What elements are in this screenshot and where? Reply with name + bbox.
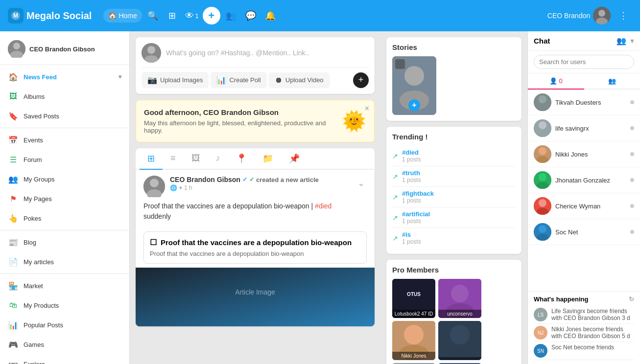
trending-tag-4: #artificial [402, 210, 430, 218]
sidebar-label-my-products: My Products [24, 302, 59, 309]
activity-avatar-1: LS [534, 308, 547, 321]
svg-point-26 [404, 325, 424, 344]
sidebar-item-albums[interactable]: 🖼 Albums [0, 87, 129, 106]
sidebar-item-news-feed[interactable]: 🏠 News Feed ▾ [0, 67, 129, 87]
trending-item-2[interactable]: ↗ #truth 1 posts [392, 166, 516, 187]
trending-item-5[interactable]: ↗ #is 1 posts [392, 228, 516, 248]
post-hashtag[interactable]: #died [315, 202, 332, 210]
activity-text-1: Life Savingrx become friends with CEO Br… [551, 308, 634, 321]
upload-video-button[interactable]: ⏺ Upload Video [269, 72, 330, 88]
chat-avatar-5 [534, 197, 551, 215]
refresh-icon[interactable]: ↻ [629, 296, 634, 303]
more-composer-options-button[interactable]: + [353, 72, 369, 88]
sidebar-item-my-products[interactable]: 🛍 My Products [0, 296, 129, 315]
sidebar-item-forum[interactable]: ☰ Forum [0, 150, 129, 169]
sidebar-item-popular-posts[interactable]: 📊 Popular Posts [0, 315, 129, 335]
chat-user-1[interactable]: Tikvah Duesters [528, 90, 640, 115]
sidebar-item-saved-posts[interactable]: 🔖 Saved Posts [0, 106, 129, 126]
add-icon: + [358, 75, 364, 85]
composer-input-placeholder[interactable]: What's going on? #Hashtag.. @Mention.. L… [166, 47, 369, 59]
messages-icon-btn[interactable]: 💬 [242, 7, 260, 24]
chat-user-3[interactable]: Nikki Jones [528, 141, 640, 167]
tab-images[interactable]: 🖼 [184, 148, 208, 170]
pro-member-2[interactable]: unconservo [438, 279, 481, 318]
sidebar-item-my-pages[interactable]: ⚑ My Pages [0, 189, 129, 208]
create-poll-button[interactable]: 📊 Create Poll [211, 72, 266, 88]
post-options-button[interactable]: ⌄ [356, 176, 367, 190]
my-pages-icon: ⚑ [8, 193, 19, 204]
market-icon: 🏪 [8, 280, 19, 291]
more-options-icon-btn[interactable]: ⋮ [615, 7, 632, 24]
tab-music[interactable]: ♪ [208, 148, 228, 170]
svg-point-38 [539, 95, 546, 103]
games-icon: 🎮 [8, 339, 19, 350]
stories-title: Stories [392, 43, 516, 51]
trending-item-4[interactable]: ↗ #artificial 1 posts [392, 207, 516, 228]
svg-text:OTUS: OTUS [407, 292, 421, 297]
story-item-1[interactable]: + [392, 56, 436, 115]
trending-tag-3: #fightback [402, 190, 434, 197]
pro-members-title: Pro Members [392, 266, 516, 274]
chat-search-input[interactable] [534, 55, 634, 69]
status-dot-2 [630, 126, 634, 130]
sidebar-item-blog[interactable]: 📰 Blog [0, 232, 129, 252]
create-poll-label: Create Poll [229, 76, 261, 84]
chat-avatar-4 [534, 171, 551, 189]
chat-tab-groups[interactable]: 👥 [584, 73, 640, 90]
tab-files[interactable]: 📁 [255, 148, 281, 170]
video-icon: ⏺ [275, 76, 283, 85]
poll-icon: 📊 [216, 75, 226, 85]
chat-user-2[interactable]: life savingrx [528, 115, 640, 141]
user-menu[interactable]: CEO Brandon [547, 7, 611, 24]
add-post-button[interactable]: + [203, 7, 220, 24]
friends-icon-btn[interactable]: 👥 [222, 7, 240, 24]
apps-icon-btn[interactable]: ⊞ [164, 7, 181, 24]
home-nav-item[interactable]: 🏠 Home [103, 9, 142, 23]
sidebar-divider-3 [0, 230, 129, 230]
tab-map[interactable]: 📌 [281, 148, 308, 170]
chat-user-4[interactable]: Jhonatan Gonzalez [528, 167, 640, 193]
tab-all[interactable]: ⊞ [140, 148, 163, 170]
composer-actions: 📷 Upload Images 📊 Create Poll ⏺ Upload V… [142, 68, 369, 88]
bell-icon-btn[interactable]: 🔔 [261, 7, 279, 24]
text-posts-icon: ≡ [170, 153, 176, 163]
chat-tab-friends[interactable]: 👤 0 [528, 73, 584, 90]
sidebar-user[interactable]: CEO Brandon Gibson [0, 35, 129, 63]
add-chat-icon[interactable]: 👥 [616, 36, 626, 46]
sidebar-item-my-groups[interactable]: 👥 My Groups [0, 169, 129, 189]
search-icon-btn[interactable]: 🔍 [144, 7, 162, 24]
upload-images-button[interactable]: 📷 Upload Images [142, 72, 209, 88]
sidebar-item-my-articles[interactable]: 📄 My articles [0, 252, 129, 272]
svg-text:Article Image: Article Image [235, 288, 275, 296]
greeting-close-button[interactable]: × [365, 104, 369, 113]
topbar-right: CEO Brandon ⋮ [547, 7, 632, 24]
home-icon: 🏠 [108, 12, 117, 20]
article-title-text: Proof that the vaccines are a depopulati… [161, 238, 352, 247]
chat-user-5[interactable]: Cherice Wyman [528, 193, 640, 219]
stories-card: Stories + [386, 37, 521, 121]
popular-posts-icon: 📊 [8, 319, 19, 330]
trending-card: Trending ! ↗ #died 1 posts ↗ #truth 1 po… [386, 127, 521, 254]
chat-user-6[interactable]: Soc Net [528, 219, 640, 245]
sidebar-item-market[interactable]: 🏪 Market [0, 276, 129, 296]
story-add-button[interactable]: + [408, 99, 420, 111]
sidebar-item-explore[interactable]: 👓 Explore [0, 354, 129, 364]
trending-item-1[interactable]: ↗ #died 1 posts [392, 146, 516, 166]
sidebar-item-pokes[interactable]: 👆 Pokes [0, 208, 129, 228]
tab-text[interactable]: ≡ [163, 148, 184, 170]
sidebar-item-games[interactable]: 🎮 Games [0, 335, 129, 354]
post-article-card[interactable]: ☐ Proof that the vaccines are a depopula… [143, 231, 367, 264]
pro-member-1[interactable]: OTUS Lotusbook2 47 ID [392, 279, 435, 318]
pro-member-3[interactable]: Nikki Jones [392, 321, 435, 360]
groups-tab-icon: 👥 [608, 77, 616, 85]
pro-member-4[interactable] [438, 321, 481, 360]
collapse-chat-icon[interactable]: ▾ [630, 36, 634, 46]
post-time-value: 1 h [184, 184, 192, 191]
trending-item-3[interactable]: ↗ #fightback 1 posts [392, 187, 516, 207]
tab-location[interactable]: 📍 [228, 148, 255, 170]
app-logo[interactable]: M Megalo Social [8, 8, 92, 23]
sidebar-item-events[interactable]: 📅 Events [0, 130, 129, 150]
pro-member-name-1: Lotusbook2 47 ID [392, 310, 435, 318]
eye-icon-btn[interactable]: 👁 1 [183, 7, 201, 24]
right-sidebar: Stories + Trending ! [380, 31, 527, 364]
